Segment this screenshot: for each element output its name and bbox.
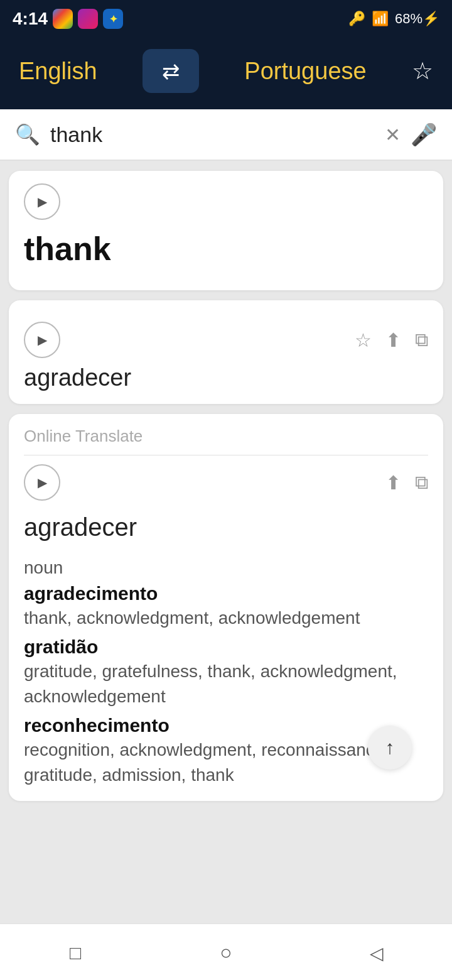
share-icon: ⬆: [385, 329, 401, 351]
clear-button[interactable]: ✕: [385, 124, 401, 146]
def-synonyms-1: thank, acknowledgment, acknowledgement: [24, 606, 428, 631]
def-word-3: reconhecimento: [24, 715, 428, 736]
square-icon: [70, 940, 81, 964]
status-icons-area: 🔑 📶 68%⚡: [348, 11, 439, 27]
mic-button[interactable]: 🎤: [411, 122, 437, 147]
source-word-card: thank: [9, 171, 443, 290]
translated-word: agradecer: [24, 364, 428, 391]
scroll-up-button[interactable]: ↑: [368, 726, 412, 770]
translation-action-row: ☆ ⬆ ⧉: [24, 322, 428, 358]
clear-icon: ✕: [385, 124, 401, 145]
status-time: 4:14: [13, 9, 48, 29]
source-word: thank: [24, 230, 428, 268]
arrow-up-icon: ↑: [385, 737, 395, 758]
wifi-icon: 📶: [372, 11, 389, 27]
search-bar: 🔍 ✕ 🎤: [0, 109, 452, 161]
star-icon: ☆: [412, 58, 433, 84]
translation-card: ☆ ⬆ ⧉ agradecer: [9, 300, 443, 404]
star-translation-button[interactable]: ☆: [355, 329, 372, 351]
app-icon-3: ✦: [103, 9, 123, 29]
nav-back-button[interactable]: [352, 934, 402, 971]
battery-icon: 68%⚡: [395, 11, 439, 27]
play-translation-button[interactable]: [24, 322, 60, 358]
online-actions: ⬆ ⧉: [385, 472, 428, 494]
def-word-1: agradecimento: [24, 583, 428, 604]
status-time-area: 4:14 ✦: [13, 9, 123, 29]
app-icon-1: [53, 9, 73, 29]
target-language-label[interactable]: Portuguese: [244, 58, 366, 85]
star-icon: ☆: [355, 329, 372, 351]
key-icon: 🔑: [348, 11, 365, 27]
share-translation-button[interactable]: ⬆: [385, 329, 401, 351]
copy-icon: ⧉: [415, 329, 428, 351]
language-header: English ⇄ Portuguese ☆: [0, 38, 452, 109]
main-content: 🔍 ✕ 🎤 thank ☆ ⬆ ⧉: [0, 109, 452, 874]
def-word-2: gratidão: [24, 636, 428, 658]
app-icon-2: [78, 9, 98, 29]
search-input[interactable]: [50, 122, 375, 147]
search-icon: 🔍: [15, 122, 40, 146]
translation-actions: ☆ ⬆ ⧉: [355, 329, 428, 351]
definitions-section: noun agradecimento thank, acknowledgment…: [24, 558, 428, 788]
online-translate-card: Online Translate ⬆ ⧉ agradecer noun: [9, 414, 443, 801]
swap-icon: ⇄: [162, 58, 180, 84]
back-icon: [370, 940, 384, 964]
status-bar: 4:14 ✦ 🔑 📶 68%⚡: [0, 0, 452, 38]
mic-icon: 🎤: [411, 122, 437, 146]
definition-item-2: gratidão gratitude, gratefulness, thank,…: [24, 636, 428, 710]
definition-item-3: reconhecimento recognition, acknowledgme…: [24, 715, 428, 788]
online-translated-word: agradecer: [24, 513, 428, 542]
def-synonyms-2: gratitude, gratefulness, thank, acknowle…: [24, 659, 428, 710]
favorite-button[interactable]: ☆: [412, 57, 433, 85]
definition-item-1: agradecimento thank, acknowledgment, ack…: [24, 583, 428, 631]
online-action-row: ⬆ ⧉: [24, 464, 428, 501]
share-icon: ⬆: [385, 472, 401, 494]
swap-languages-button[interactable]: ⇄: [143, 49, 199, 93]
circle-icon: [220, 940, 232, 964]
copy-icon: ⧉: [415, 472, 428, 494]
copy-translation-button[interactable]: ⧉: [415, 329, 428, 351]
nav-home-button[interactable]: [201, 934, 251, 971]
divider-top: [24, 455, 428, 455]
share-online-button[interactable]: ⬆: [385, 472, 401, 494]
copy-online-button[interactable]: ⧉: [415, 472, 428, 494]
source-language-label[interactable]: English: [19, 58, 97, 85]
nav-square-button[interactable]: [50, 934, 100, 971]
play-source-button[interactable]: [24, 183, 60, 220]
navigation-bar: [0, 923, 452, 980]
online-translate-label: Online Translate: [24, 427, 428, 446]
pos-noun-label: noun: [24, 558, 63, 577]
online-translate-inner: Online Translate ⬆ ⧉ agradecer noun: [24, 427, 428, 788]
play-online-button[interactable]: [24, 464, 60, 501]
